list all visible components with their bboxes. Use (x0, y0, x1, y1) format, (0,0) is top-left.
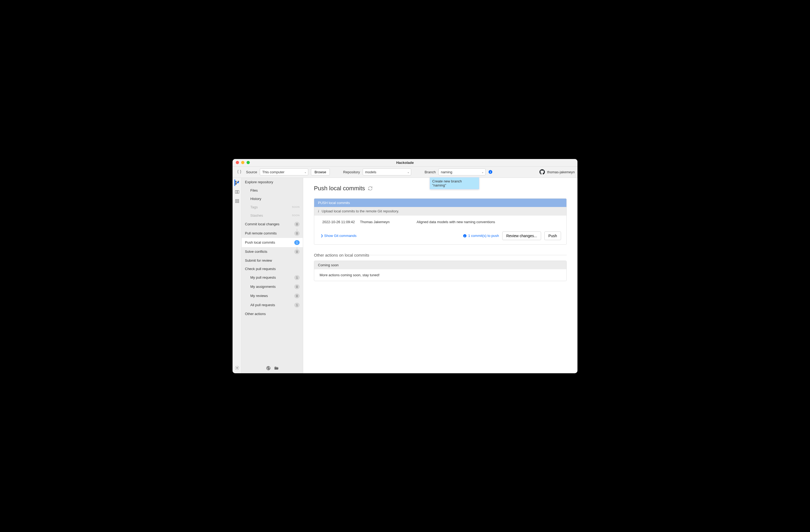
svg-rect-5 (235, 190, 237, 193)
repository-select[interactable]: models ⌄ (363, 168, 411, 175)
svg-rect-6 (237, 190, 239, 193)
chevron-right-icon: ❯ (321, 234, 323, 238)
minimize-window-button[interactable] (241, 161, 244, 164)
main-content: Push local commits PUSH local commits i … (303, 178, 578, 373)
svg-rect-9 (236, 201, 237, 203)
sidebar-pull-remote-commits[interactable]: Pull remote commits0 (242, 229, 303, 238)
globe-blocked-icon[interactable] (266, 366, 271, 371)
coming-soon-panel: Coming soon More actions coming soon, st… (314, 261, 567, 281)
create-branch-option[interactable]: Create new branch "naming" (430, 178, 479, 189)
push-panel-info-row: i Upload local commits to the remote Git… (314, 207, 566, 215)
coming-soon-body: More actions coming soon, stay tuned! (314, 269, 566, 281)
commit-date: 2022-10-26 11:09:42 (322, 220, 360, 224)
branch-value: naming (441, 170, 452, 174)
sidebar-explore-repository[interactable]: Explore repository (242, 178, 303, 186)
svg-point-2 (235, 181, 236, 182)
push-panel-header: PUSH local commits (314, 199, 566, 207)
other-actions-title: Other actions on local commits (314, 253, 567, 257)
branch-label: Branch (425, 170, 436, 174)
commit-author: Thomas Jakemeyn (360, 220, 417, 224)
svg-rect-10 (238, 201, 239, 203)
sidebar-stashes: StashesSOON (242, 211, 303, 220)
browse-button[interactable]: Browse (311, 168, 329, 175)
badge: 1 (294, 275, 299, 280)
sidebar-all-pull-requests[interactable]: All pull requests1 (242, 301, 303, 310)
left-rail (232, 178, 242, 373)
sidebar-commit-local-changes[interactable]: Commit local changes0 (242, 220, 303, 229)
show-git-commands-link[interactable]: ❯ Show Git commands (321, 233, 356, 238)
svg-rect-7 (236, 199, 237, 201)
toolbar: Source This computer ⌄ Browse Repository… (232, 166, 578, 178)
sidebar-history[interactable]: History (242, 195, 303, 203)
chevron-down-icon: ⌄ (407, 171, 409, 174)
svg-rect-8 (238, 199, 239, 201)
repository-value: models (365, 170, 376, 174)
badge: 1 (294, 240, 299, 245)
maximize-window-button[interactable] (246, 161, 250, 164)
coming-soon-header: Coming soon (314, 261, 566, 269)
username: thomas-jakemeyn (547, 170, 575, 174)
close-window-button[interactable] (236, 161, 239, 164)
sidebar-files[interactable]: Files (242, 186, 303, 195)
sidebar-footer-icons (242, 363, 303, 373)
source-select[interactable]: This computer ⌄ (260, 168, 308, 175)
sidebar-my-pull-requests[interactable]: My pull requests1 (242, 273, 303, 282)
info-icon: i (463, 234, 467, 238)
chevron-down-icon: ⌄ (482, 171, 484, 174)
notification-dot (237, 182, 239, 183)
sidebar-tags: TagsSOON (242, 203, 303, 211)
braces-icon[interactable] (235, 170, 243, 174)
push-button[interactable]: Push (544, 231, 561, 240)
badge: 0 (294, 293, 299, 299)
commits-to-push-info: i 1 commit(s) to push (463, 233, 499, 238)
app-window: Hackolade Source This computer ⌄ Browse … (232, 159, 578, 373)
svg-point-4 (235, 183, 236, 184)
source-label: Source (246, 170, 257, 174)
commit-message: Aligned data models with new naming conv… (417, 220, 558, 224)
push-panel: PUSH local commits i Upload local commit… (314, 198, 567, 245)
sidebar-push-local-commits[interactable]: Push local commits1 (242, 238, 303, 247)
sidebar-my-reviews[interactable]: My reviews0 (242, 291, 303, 301)
push-panel-actions: ❯ Show Git commands i 1 commit(s) to pus… (314, 228, 566, 244)
refresh-icon[interactable] (368, 186, 373, 191)
badge: 0 (294, 222, 299, 227)
sidebar-other-actions[interactable]: Other actions (242, 310, 303, 318)
repository-label: Repository (343, 170, 360, 174)
badge: 1 (294, 303, 299, 307)
review-changes-button[interactable]: Review changes... (502, 231, 541, 240)
compare-icon[interactable] (234, 189, 240, 195)
github-icon[interactable] (539, 169, 545, 175)
push-panel-info-text: Upload local commits to the remote Git r… (322, 209, 399, 213)
git-branch-icon[interactable] (234, 180, 240, 186)
window-title: Hackolade (232, 161, 578, 165)
settings-icon[interactable] (234, 365, 240, 371)
branch-dropdown-popup: Create new branch "naming" (430, 177, 479, 189)
svg-point-11 (236, 367, 238, 368)
sidebar: Explore repository Files History TagsSOO… (242, 178, 303, 373)
chevron-down-icon: ⌄ (304, 171, 306, 174)
titlebar: Hackolade (232, 159, 578, 166)
branch-select[interactable]: naming ⌄ (438, 168, 486, 175)
commit-row: 2022-10-26 11:09:42 Thomas Jakemeyn Alig… (314, 215, 566, 228)
info-icon: i (318, 209, 319, 213)
badge: 0 (294, 284, 299, 289)
sidebar-submit-for-review[interactable]: Submit for review (242, 256, 303, 265)
sidebar-solve-conflicts[interactable]: Solve conflicts0 (242, 247, 303, 256)
badge: 0 (294, 231, 299, 236)
apps-icon[interactable] (234, 198, 240, 204)
badge: 0 (294, 249, 299, 254)
info-icon[interactable]: i (488, 170, 492, 174)
folder-open-icon[interactable] (274, 366, 279, 371)
sidebar-check-pull-requests[interactable]: Check pull requests (242, 265, 303, 273)
sidebar-my-assignments[interactable]: My assignments0 (242, 282, 303, 291)
source-value: This computer (262, 170, 284, 174)
